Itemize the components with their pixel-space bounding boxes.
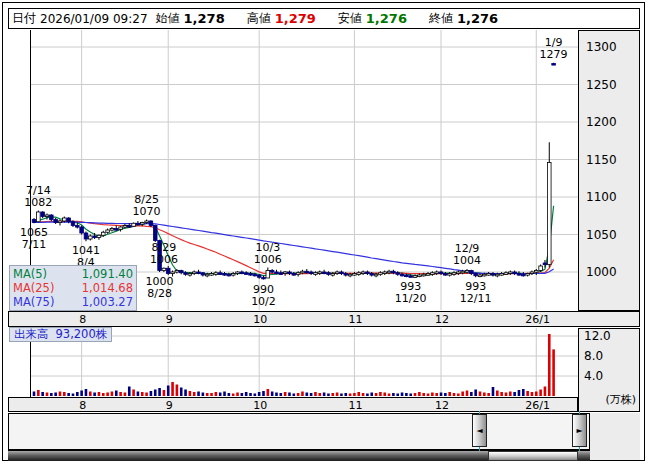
chart-annotation: 1279	[540, 48, 568, 61]
price-axis-tick: 1300	[586, 40, 617, 54]
month-axis-label: 10	[248, 399, 272, 412]
open-value: 1,278	[184, 11, 225, 26]
month-axis-label: 26/1	[525, 313, 549, 326]
volume-axis-tick: 12.0	[584, 329, 611, 343]
volume-axis-unit: (万株)	[605, 392, 636, 407]
ma-legend: MA(5)1,091.40MA(25)1,014.68MA(75)1,003.2…	[9, 265, 137, 311]
volume-axis-tick: 8.0	[584, 349, 603, 363]
month-axis-label: 26/1	[525, 399, 549, 412]
ma-legend-row: MA(5)1,091.40	[13, 267, 133, 281]
ma-value: 1,014.68	[82, 281, 133, 295]
ma-label: MA(25)	[13, 281, 54, 295]
left-arrow-icon: ◄	[476, 426, 482, 435]
chart-annotation: 1006	[254, 253, 282, 266]
chart-annotation: 12/11	[460, 292, 492, 305]
month-axis-label: 11	[343, 313, 367, 326]
ma-value: 1,003.27	[82, 295, 133, 309]
chart-annotation: 10/2	[251, 295, 276, 308]
month-axis-strip: 8910111226/1	[8, 311, 640, 327]
price-axis-tick: 1050	[586, 228, 617, 242]
price-axis-tick: 1250	[586, 78, 617, 92]
month-axis-label: 12	[430, 313, 454, 326]
low-label: 安値	[338, 10, 362, 27]
open-label: 始値	[156, 10, 180, 27]
volume-axis-tick: 4.0	[584, 369, 603, 383]
month-axis-label: 10	[248, 313, 272, 326]
month-axis-label: 8	[71, 313, 95, 326]
chart-annotation: 1082	[24, 196, 52, 209]
right-filler	[590, 413, 640, 460]
info-bar: 日付 2026/01/09 09:27 始値 1,278 高値 1,279 安値…	[8, 8, 640, 29]
volume-legend: 出来高93,200株	[9, 327, 112, 342]
volume-legend-label: 出来高	[14, 327, 49, 341]
price-axis-panel: 1300125012001150110010501000	[578, 30, 640, 311]
high-value: 1,279	[275, 11, 316, 26]
scrollbar[interactable]	[8, 450, 590, 461]
month-axis-label: 9	[157, 399, 181, 412]
month-axis-label: 12	[430, 399, 454, 412]
ma-value: 1,091.40	[82, 267, 133, 281]
date-label: 日付	[12, 10, 36, 27]
month-axis-label: 8	[71, 399, 95, 412]
scrollbar-thumb[interactable]	[488, 451, 578, 461]
month-axis-label: 9	[157, 313, 181, 326]
navigator-right-handle[interactable]: ►	[572, 414, 587, 447]
close-value: 1,276	[457, 11, 498, 26]
right-arrow-icon: ►	[576, 426, 582, 435]
ma-legend-row: MA(25)1,014.68	[13, 281, 133, 295]
volume-legend-value: 93,200株	[56, 327, 108, 341]
chart-annotation: 1004	[453, 254, 481, 267]
price-axis-tick: 1150	[586, 153, 617, 167]
chart-annotation: 11/20	[395, 292, 427, 305]
high-label: 高値	[247, 10, 271, 27]
chart-annotation: 1070	[133, 205, 161, 218]
ma-label: MA(5)	[13, 267, 47, 281]
price-axis-tick: 1200	[586, 115, 617, 129]
month-axis-label: 11	[343, 399, 367, 412]
month-axis-strip-volume: 8910111226/1	[8, 397, 578, 412]
ma-label: MA(75)	[13, 295, 54, 309]
low-value: 1,276	[366, 11, 407, 26]
chart-annotation: 8/28	[147, 287, 172, 300]
navigator[interactable]	[8, 413, 590, 450]
volume-axis-panel: 12.08.04.0(万株)	[578, 328, 640, 412]
navigator-left-handle[interactable]: ◄	[472, 414, 487, 447]
chart-annotation: 7/11	[22, 238, 47, 251]
ma-legend-row: MA(75)1,003.27	[13, 295, 133, 309]
price-axis-tick: 1100	[586, 190, 617, 204]
price-axis-tick: 1000	[586, 265, 617, 279]
date-value: 2026/01/09 09:27	[40, 12, 148, 26]
chart-annotation: 1006	[150, 253, 178, 266]
close-label: 終値	[429, 10, 453, 27]
